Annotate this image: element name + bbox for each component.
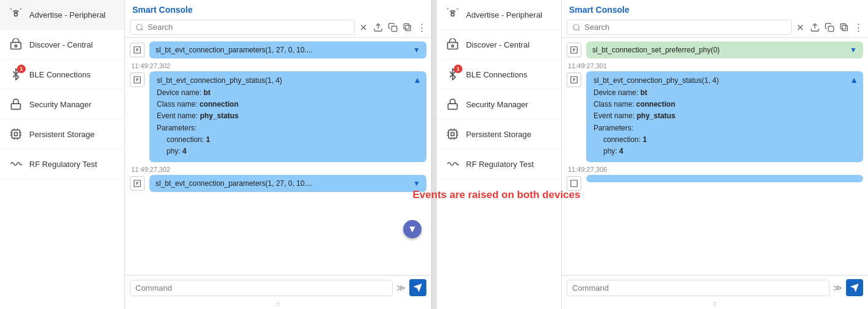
event-icon-green xyxy=(567,43,581,57)
sidebar-item-ble2[interactable]: 1 BLE Connections xyxy=(437,60,561,90)
collapse-button[interactable]: ▲ xyxy=(413,75,421,85)
event-bubble-expanded-right: ▲ sl_bt_evt_connection_phy_status(1, 4) … xyxy=(586,71,863,162)
wifi-icon-2 xyxy=(445,7,460,22)
sidebar-item-discover2[interactable]: Discover - Central xyxy=(437,30,561,60)
sidebar-label-security2: Security Manager xyxy=(466,100,528,109)
event-bubble-collapsed-2: sl_bt_evt_connection_parameters(1, 27, 0… xyxy=(149,175,426,192)
svg-point-2 xyxy=(15,45,16,47)
event-bubble-collapsed-0: sl_bt_evt_connection_parameters(1, 27, 0… xyxy=(149,41,426,59)
device-name-label: Device name: xyxy=(157,88,204,97)
copy-icon-right[interactable] xyxy=(825,23,834,32)
radio-icon xyxy=(9,37,23,52)
sidebar-item-advertise2[interactable]: Advertise - Peripheral xyxy=(437,0,561,30)
bluetooth-icon: 1 xyxy=(9,67,23,82)
svg-rect-5 xyxy=(12,130,20,138)
left-console-body[interactable]: sl_bt_evt_connection_parameters(1, 27, 0… xyxy=(125,38,431,275)
event-icon xyxy=(130,43,145,57)
lock-icon xyxy=(9,97,23,112)
sidebar-item-storage2[interactable]: Persistent Storage xyxy=(437,119,561,149)
param-connection-right: connection: 1 xyxy=(594,134,856,146)
svg-rect-42 xyxy=(451,133,454,136)
table-row xyxy=(567,175,863,191)
table-row: sl_bt_evt_connection_parameters(1, 27, 0… xyxy=(130,41,426,59)
more-icon[interactable]: ⋮ xyxy=(417,22,426,33)
collapse-button-right[interactable]: ▲ xyxy=(850,75,858,85)
right-console-body[interactable]: sl_bt_connection_set_preferred_phy(0) ▼ … xyxy=(562,38,868,275)
sidebar-label-ble2: BLE Connections xyxy=(466,70,527,79)
sidebar-label-regulatory2: RF Regulatory Test xyxy=(466,160,534,169)
right-command-input[interactable] xyxy=(567,280,830,296)
event-name-label: Event name: xyxy=(157,112,200,120)
event-bubble-partial xyxy=(586,175,863,182)
left-panel: Smart Console xyxy=(125,0,432,309)
event-name-value: phy_status xyxy=(200,112,239,120)
svg-marker-69 xyxy=(851,284,858,291)
panel-divider[interactable] xyxy=(432,0,437,309)
expand-button-green[interactable]: ▼ xyxy=(850,46,857,54)
more-icon-right[interactable]: ⋮ xyxy=(854,22,863,33)
left-command-bar: ≫ xyxy=(125,275,431,300)
sidebar-label-storage: Persistent Storage xyxy=(29,130,95,139)
sidebar-item-regulatory[interactable]: RF Regulatory Test xyxy=(0,149,124,179)
sidebar-item-ble[interactable]: 1 BLE Connections xyxy=(0,60,124,90)
svg-rect-38 xyxy=(448,43,458,49)
right-search-bar: ⋮ xyxy=(562,17,868,38)
export-icon-right[interactable] xyxy=(810,23,820,32)
command-expand-icon-right[interactable]: ≫ xyxy=(833,283,842,293)
cpu-icon-2 xyxy=(445,127,460,141)
clear-filter-icon-right[interactable] xyxy=(795,23,805,32)
left-search-input[interactable] xyxy=(148,23,350,32)
param-phy-right: phy: 4 xyxy=(594,146,856,157)
right-search-wrap[interactable] xyxy=(567,20,792,35)
command-send-button[interactable] xyxy=(409,279,426,296)
sidebar-item-security2[interactable]: Security Manager xyxy=(437,90,561,119)
event-icon-expanded xyxy=(130,73,145,87)
sidebar-item-security[interactable]: Security Manager xyxy=(0,90,124,119)
sidebar-label-discover2: Discover - Central xyxy=(466,40,529,49)
command-expand-icon[interactable]: ≫ xyxy=(396,283,406,293)
left-search-wrap[interactable] xyxy=(130,20,355,35)
event-name-value-right: phy_status xyxy=(637,112,675,120)
param-phy: phy: 4 xyxy=(157,146,419,157)
sidebar-item-regulatory2[interactable]: RF Regulatory Test xyxy=(437,149,561,179)
sidebar-label-ble: BLE Connections xyxy=(29,70,90,79)
clear-filter-icon[interactable] xyxy=(359,23,368,32)
svg-marker-36 xyxy=(414,284,421,291)
sidebar-item-discover[interactable]: Discover - Central xyxy=(0,30,124,60)
param-connection: connection: 1 xyxy=(157,134,419,146)
svg-rect-56 xyxy=(828,26,834,32)
event-title-expanded: sl_bt_evt_connection_phy_status(1, 4) xyxy=(157,76,419,85)
copy-icon[interactable] xyxy=(388,23,398,32)
expand-button[interactable]: ▼ xyxy=(413,46,420,54)
copy2-icon-right[interactable] xyxy=(839,23,849,32)
scroll-down-button[interactable]: ▼ xyxy=(403,220,421,238)
cpu-icon xyxy=(9,127,23,141)
svg-point-39 xyxy=(451,45,453,47)
event-icon-partial xyxy=(567,176,581,191)
svg-point-37 xyxy=(451,13,454,16)
svg-rect-41 xyxy=(448,130,456,138)
sidebar-label-security: Security Manager xyxy=(29,100,91,109)
command-send-button-right[interactable] xyxy=(846,279,863,296)
event-icon-2 xyxy=(130,176,145,191)
expand-button-2[interactable]: ▼ xyxy=(413,179,420,188)
device-name-label-right: Device name: xyxy=(594,88,640,97)
resize-handle-right[interactable]: ⠿ xyxy=(562,300,868,309)
svg-line-52 xyxy=(578,29,580,30)
search-icon-left xyxy=(135,23,144,32)
sidebar-item-advertise[interactable]: Advertise - Peripheral xyxy=(0,0,124,30)
class-name-value-right: connection xyxy=(636,100,675,108)
sidebar-item-storage[interactable]: Persistent Storage xyxy=(0,119,124,149)
right-panel: Smart Console xyxy=(562,0,868,309)
svg-rect-20 xyxy=(392,26,397,32)
export-icon[interactable] xyxy=(373,23,383,32)
ble-badge: 1 xyxy=(17,65,26,73)
sidebar-left: Advertise - Peripheral Discover - Centra… xyxy=(0,0,125,309)
right-search-input[interactable] xyxy=(584,23,786,32)
left-command-input[interactable] xyxy=(130,280,393,296)
copy2-icon[interactable] xyxy=(403,23,412,32)
timestamp-right-1: 11:49:27,301 xyxy=(567,62,863,69)
event-bubble-green: sl_bt_connection_set_preferred_phy(0) ▼ xyxy=(586,41,863,59)
svg-rect-22 xyxy=(404,24,409,29)
resize-handle-left[interactable]: ⠿ xyxy=(125,300,431,309)
